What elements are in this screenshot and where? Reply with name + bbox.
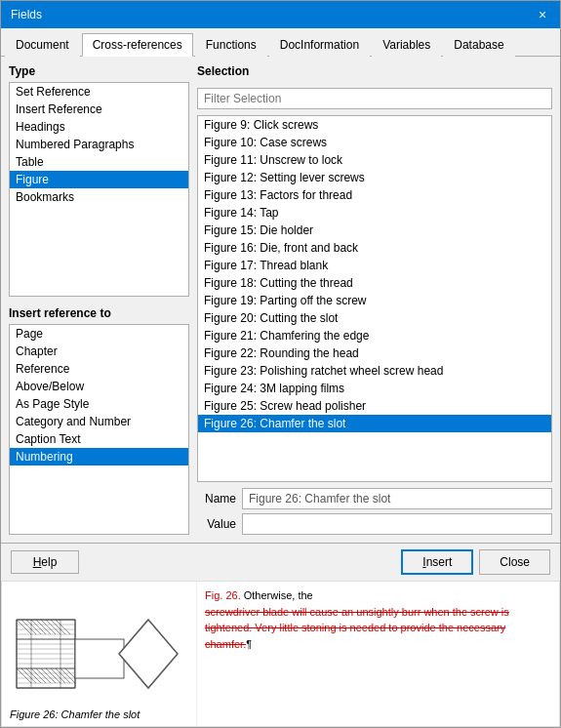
bottom-bar: Help Insert Close bbox=[1, 543, 560, 581]
list-item[interactable]: Figure 13: Factors for thread bbox=[198, 186, 551, 204]
fields-dialog: Fields × Document Cross-references Funct… bbox=[0, 0, 561, 728]
tab-cross-references[interactable]: Cross-references bbox=[82, 33, 193, 57]
list-item[interactable]: Figure 25: Screw head polisher bbox=[198, 397, 551, 415]
right-panel: Selection Figure 9: Click screws Figure … bbox=[197, 64, 552, 535]
svg-marker-20 bbox=[119, 620, 178, 688]
insert-button[interactable]: Insert bbox=[401, 549, 473, 575]
type-table[interactable]: Table bbox=[10, 153, 188, 171]
dialog-title: Fields bbox=[11, 8, 42, 21]
title-bar: Fields × bbox=[1, 1, 560, 28]
type-numbered-paragraphs[interactable]: Numbered Paragraphs bbox=[10, 136, 188, 153]
type-set-reference[interactable]: Set Reference bbox=[10, 83, 188, 101]
ref-reference[interactable]: Reference bbox=[10, 360, 188, 378]
list-item-selected[interactable]: Figure 26: Chamfer the slot bbox=[198, 415, 551, 432]
list-item[interactable]: Figure 17: Thread blank bbox=[198, 257, 551, 274]
ref-category-and-number[interactable]: Category and Number bbox=[10, 413, 188, 430]
insert-ref-label: Insert reference to bbox=[9, 306, 189, 320]
value-row: Value bbox=[197, 513, 552, 535]
ref-as-page-style[interactable]: As Page Style bbox=[10, 395, 188, 413]
type-figure[interactable]: Figure bbox=[10, 171, 188, 188]
list-item[interactable]: Figure 9: Click screws bbox=[198, 116, 551, 134]
strikethrough-text: screwdriver blade will cause an unsightl… bbox=[205, 606, 509, 650]
svg-rect-19 bbox=[75, 639, 124, 678]
list-item[interactable]: Figure 23: Polishing ratchet wheel screw… bbox=[198, 362, 551, 380]
name-label: Name bbox=[197, 492, 236, 506]
ref-numbering[interactable]: Numbering bbox=[10, 448, 188, 465]
preview-image-area bbox=[2, 582, 197, 726]
list-item[interactable]: Figure 11: Unscrew to lock bbox=[198, 151, 551, 169]
tab-docinformation[interactable]: DocInformation bbox=[269, 33, 370, 57]
type-label: Type bbox=[9, 64, 189, 78]
list-item[interactable]: Figure 10: Case screws bbox=[198, 134, 551, 151]
help-button[interactable]: Help bbox=[11, 550, 79, 574]
ref-page[interactable]: Page bbox=[10, 325, 188, 343]
list-item[interactable]: Figure 12: Setting lever screws bbox=[198, 169, 551, 186]
list-item[interactable]: Figure 18: Cutting the thread bbox=[198, 274, 551, 292]
list-item[interactable]: Figure 14: Tap bbox=[198, 204, 551, 222]
value-label: Value bbox=[197, 517, 236, 531]
close-button[interactable]: Close bbox=[479, 549, 550, 575]
tab-document[interactable]: Document bbox=[5, 33, 80, 57]
close-icon[interactable]: × bbox=[535, 7, 550, 22]
list-item[interactable]: Figure 21: Chamfering the edge bbox=[198, 327, 551, 344]
list-item[interactable]: Figure 22: Rounding the head bbox=[198, 344, 551, 362]
tab-variables[interactable]: Variables bbox=[372, 33, 441, 57]
selection-label: Selection bbox=[197, 64, 552, 78]
list-item[interactable]: Figure 15: Die holder bbox=[198, 222, 551, 239]
list-item[interactable]: Figure 24: 3M lapping films bbox=[198, 380, 551, 397]
insert-ref-list[interactable]: Page Chapter Reference Above/Below As Pa… bbox=[9, 324, 189, 535]
name-value-area: Name Value bbox=[197, 488, 552, 535]
insert-label-rest: nsert bbox=[426, 555, 453, 569]
tab-bar: Document Cross-references Functions DocI… bbox=[1, 28, 560, 57]
preview-ref-number: Fig. 26. bbox=[205, 589, 241, 601]
tab-database[interactable]: Database bbox=[443, 33, 514, 57]
name-input[interactable] bbox=[242, 488, 552, 509]
content-area: Type Set Reference Insert Reference Head… bbox=[1, 57, 560, 543]
document-preview: Fig. 26. Otherwise, the screwdriver blad… bbox=[1, 581, 560, 727]
name-row: Name bbox=[197, 488, 552, 509]
type-headings[interactable]: Headings bbox=[10, 118, 188, 136]
list-item[interactable]: Figure 20: Cutting the slot bbox=[198, 309, 551, 327]
tab-functions[interactable]: Functions bbox=[195, 33, 267, 57]
list-item[interactable]: Figure 16: Die, front and back bbox=[198, 239, 551, 257]
filter-input[interactable] bbox=[197, 88, 552, 109]
left-panel: Type Set Reference Insert Reference Head… bbox=[9, 64, 189, 535]
preview-text-area: Fig. 26. Otherwise, the screwdriver blad… bbox=[197, 582, 559, 726]
preview-text-content: Otherwise, the screwdriver blade will ca… bbox=[205, 589, 509, 650]
preview-drawing bbox=[7, 590, 192, 717]
ref-caption-text[interactable]: Caption Text bbox=[10, 430, 188, 448]
help-label-rest: elp bbox=[41, 555, 57, 569]
list-item[interactable]: Figure 19: Parting off the screw bbox=[198, 292, 551, 309]
type-list[interactable]: Set Reference Insert Reference Headings … bbox=[9, 82, 189, 297]
ref-above-below[interactable]: Above/Below bbox=[10, 378, 188, 395]
type-bookmarks[interactable]: Bookmarks bbox=[10, 188, 188, 206]
ref-chapter[interactable]: Chapter bbox=[10, 343, 188, 360]
value-input[interactable] bbox=[242, 513, 552, 535]
type-insert-reference[interactable]: Insert Reference bbox=[10, 101, 188, 118]
selection-list[interactable]: Figure 9: Click screws Figure 10: Case s… bbox=[197, 115, 552, 482]
right-buttons: Insert Close bbox=[401, 549, 550, 575]
